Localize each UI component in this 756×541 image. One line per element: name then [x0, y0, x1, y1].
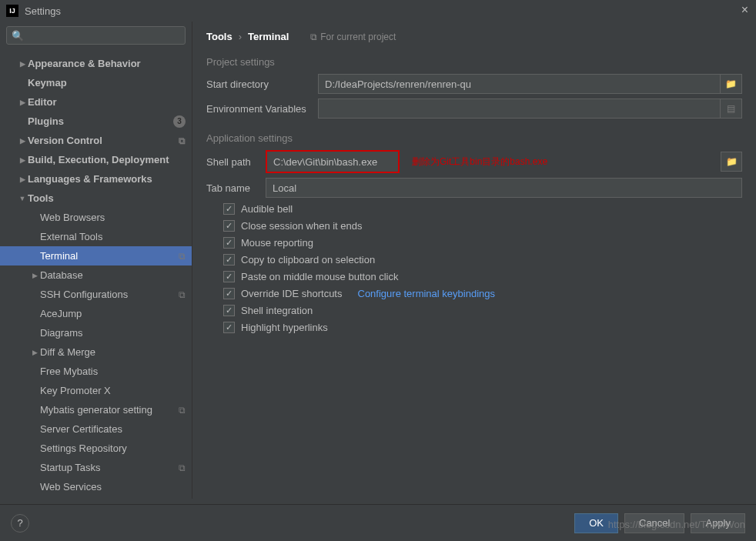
sidebar: ▶Appearance & BehaviorKeymap▶EditorPlugi… [0, 22, 192, 499]
checkbox-icon[interactable]: ✓ [223, 254, 235, 265]
sidebar-item-label: Terminal [40, 250, 179, 262]
checkbox-copy-to-clipboard-on-selection[interactable]: ✓Copy to clipboard on selection [223, 254, 742, 265]
sidebar-item-languages-frameworks[interactable]: ▶Languages & Frameworks [0, 169, 192, 189]
sidebar-item-label: Plugins [28, 115, 173, 127]
sidebar-item-appearance-behavior[interactable]: ▶Appearance & Behavior [0, 54, 192, 73]
shell-path-input[interactable] [267, 152, 398, 172]
sidebar-item-key-promoter-x[interactable]: Key Promoter X [0, 381, 192, 400]
apply-button[interactable]: Apply [691, 513, 745, 533]
help-button[interactable]: ? [11, 514, 29, 533]
sidebar-item-label: Version Control [28, 135, 179, 146]
chevron-right-icon: ▶ [17, 137, 28, 145]
chevron-right-icon: ▶ [17, 60, 28, 68]
checkbox-label: Close session when it ends [241, 220, 363, 232]
copy-icon: ⧉ [310, 32, 317, 42]
chevron-right-icon: ▶ [17, 156, 28, 164]
sidebar-item-label: SSH Configurations [40, 289, 179, 300]
project-scope-icon: ⧉ [179, 135, 186, 146]
checkbox-mouse-reporting[interactable]: ✓Mouse reporting [223, 237, 742, 249]
checkbox-icon[interactable]: ✓ [223, 305, 235, 316]
sidebar-item-external-tools[interactable]: External Tools [0, 227, 192, 246]
sidebar-item-other-settings[interactable]: ▶Other Settings [0, 496, 192, 499]
search-input[interactable] [6, 26, 186, 45]
checkbox-audible-bell[interactable]: ✓Audible bell [223, 203, 742, 215]
search-row [0, 22, 192, 49]
badge: 3 [173, 115, 186, 128]
sidebar-item-diagrams[interactable]: Diagrams [0, 323, 192, 342]
sidebar-item-plugins[interactable]: Plugins3 [0, 112, 192, 131]
sidebar-item-tools[interactable]: ▼Tools [0, 189, 192, 208]
sidebar-item-build-execution-deployment[interactable]: ▶Build, Execution, Deployment [0, 150, 192, 169]
sidebar-item-version-control[interactable]: ▶Version Control⧉ [0, 131, 192, 150]
project-scope-icon: ⧉ [179, 405, 186, 416]
sidebar-item-label: Build, Execution, Deployment [28, 154, 186, 165]
checkbox-close-session-when-it-ends[interactable]: ✓Close session when it ends [223, 220, 742, 232]
sidebar-item-label: AceJump [40, 308, 186, 319]
checkbox-highlight-hyperlinks[interactable]: ✓Highlight hyperlinks [223, 322, 742, 333]
sidebar-item-label: Keymap [28, 77, 186, 88]
checkbox-shell-integration[interactable]: ✓Shell integration [223, 305, 742, 316]
sidebar-item-label: Key Promoter X [40, 385, 186, 396]
app-icon: IJ [6, 5, 18, 17]
checkbox-paste-on-middle-mouse-button-click[interactable]: ✓Paste on middle mouse button click [223, 271, 742, 282]
row-start-directory: Start directory 📁 [206, 74, 742, 94]
close-icon[interactable]: × [741, 3, 748, 17]
sidebar-item-label: Database [40, 269, 186, 281]
folder-icon[interactable]: 📁 [721, 74, 742, 94]
titlebar: IJ Settings × [0, 0, 756, 22]
checkbox-override-ide-shortcuts[interactable]: ✓Override IDE shortcutsConfigure termina… [223, 288, 742, 299]
checkbox-group: ✓Audible bell✓Close session when it ends… [206, 203, 742, 333]
folder-icon[interactable]: 📁 [721, 152, 742, 172]
checkbox-label: Mouse reporting [241, 237, 313, 249]
checkbox-label: Shell integration [241, 305, 313, 316]
row-tab-name: Tab name [206, 178, 742, 198]
start-directory-input[interactable] [318, 74, 721, 94]
sidebar-item-label: Editor [28, 96, 186, 108]
sidebar-item-web-browsers[interactable]: Web Browsers [0, 208, 192, 227]
checkbox-icon[interactable]: ✓ [223, 271, 235, 282]
chevron-right-icon: ▶ [17, 99, 28, 106]
sidebar-item-label: Free Mybatis [40, 366, 186, 377]
sidebar-item-label: Settings Repository [40, 442, 186, 454]
sidebar-item-settings-repository[interactable]: Settings Repository [0, 439, 192, 458]
breadcrumb-parent[interactable]: Tools [206, 31, 232, 42]
sidebar-item-database[interactable]: ▶Database [0, 265, 192, 285]
sidebar-item-acejump[interactable]: AceJump [0, 304, 192, 323]
sidebar-item-keymap[interactable]: Keymap [0, 73, 192, 92]
chevron-right-icon: ▶ [29, 349, 40, 356]
sidebar-item-label: Tools [28, 192, 186, 204]
checkbox-icon[interactable]: ✓ [223, 203, 235, 215]
env-variables-input[interactable] [318, 99, 721, 119]
checkbox-icon[interactable]: ✓ [223, 237, 235, 249]
sidebar-item-mybatis-generator-setting[interactable]: Mybatis generator setting⧉ [0, 400, 192, 419]
sidebar-item-free-mybatis[interactable]: Free Mybatis [0, 362, 192, 381]
sidebar-item-editor[interactable]: ▶Editor [0, 92, 192, 112]
sidebar-item-terminal[interactable]: Terminal⧉ [0, 246, 192, 265]
footer: ? OK Cancel Apply [0, 504, 756, 541]
sidebar-item-diff-merge[interactable]: ▶Diff & Merge [0, 342, 192, 362]
shell-path-label: Shell path [206, 156, 266, 168]
sidebar-item-server-certificates[interactable]: Server Certificates [0, 419, 192, 439]
sidebar-item-web-services[interactable]: Web Services [0, 477, 192, 496]
sidebar-item-label: Appearance & Behavior [28, 58, 186, 69]
sidebar-item-label: Web Browsers [40, 212, 186, 223]
project-scope-icon: ⧉ [179, 289, 186, 300]
sidebar-item-label: Diagrams [40, 327, 186, 339]
checkbox-icon[interactable]: ✓ [223, 322, 235, 333]
sidebar-item-ssh-configurations[interactable]: SSH Configurations⧉ [0, 285, 192, 304]
sidebar-item-label: Diff & Merge [40, 346, 186, 358]
shell-path-annotation: 删除为Git工具bin目录的bash.exe [412, 155, 547, 169]
sidebar-item-startup-tasks[interactable]: Startup Tasks⧉ [0, 458, 192, 477]
cancel-button[interactable]: Cancel [624, 513, 684, 533]
configure-keybindings-link[interactable]: Configure terminal keybindings [358, 288, 495, 299]
sidebar-item-label: External Tools [40, 231, 186, 242]
tab-name-input[interactable] [266, 178, 742, 198]
section-project: Project settings [206, 56, 742, 68]
list-icon[interactable]: ▤ [721, 99, 742, 119]
checkbox-icon[interactable]: ✓ [223, 220, 235, 232]
shell-path-highlight [266, 150, 400, 173]
ok-button[interactable]: OK [574, 513, 618, 533]
sidebar-item-label: Languages & Frameworks [28, 173, 186, 185]
section-application: Application settings [206, 132, 742, 144]
checkbox-icon[interactable]: ✓ [223, 288, 235, 299]
